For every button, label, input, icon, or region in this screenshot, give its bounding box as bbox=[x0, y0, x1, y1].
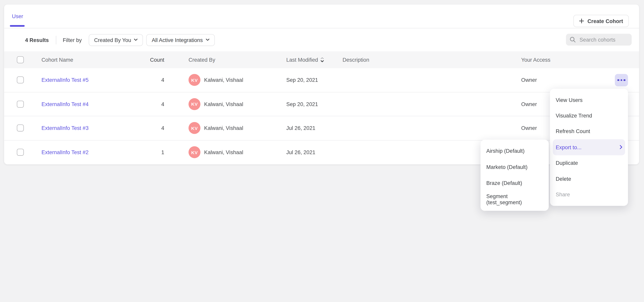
cohort-link[interactable]: ExternalInfo Test #5 bbox=[42, 77, 89, 83]
cohort-count: 1 bbox=[130, 149, 164, 155]
table-row: ExternalInfo Test #5 4 KV Kalwani, Visha… bbox=[4, 68, 639, 92]
menu-item-export-label: Export to... bbox=[556, 144, 582, 150]
row-checkbox[interactable] bbox=[17, 149, 24, 156]
filter-by-label: Filter by bbox=[63, 37, 82, 43]
col-your-access: Your Access bbox=[521, 57, 639, 63]
cohort-link[interactable]: ExternalInfo Test #3 bbox=[42, 125, 89, 131]
tab-bar: User Create Cohort bbox=[4, 4, 639, 28]
sort-icon bbox=[320, 57, 324, 62]
row-checkbox[interactable] bbox=[17, 100, 24, 108]
submenu-item-airship[interactable]: Airship (Default) bbox=[480, 143, 548, 159]
create-cohort-button[interactable]: Create Cohort bbox=[574, 15, 629, 27]
row-checkbox[interactable] bbox=[17, 76, 24, 84]
search-icon bbox=[570, 36, 576, 42]
avatar: KV bbox=[188, 122, 200, 134]
toolbar-divider bbox=[56, 36, 56, 44]
create-cohort-label: Create Cohort bbox=[588, 18, 623, 24]
submenu-item-marketo[interactable]: Marketo (Default) bbox=[480, 159, 548, 175]
created-by-filter-label: Created By You bbox=[94, 37, 131, 43]
table-row: ExternalInfo Test #3 4 KV Kalwani, Visha… bbox=[4, 116, 639, 140]
cohort-link[interactable]: ExternalInfo Test #2 bbox=[42, 149, 89, 155]
creator-name: Kalwani, Vishaal bbox=[204, 101, 243, 107]
col-created-by: Created By bbox=[188, 57, 286, 63]
last-modified: Jul 26, 2021 bbox=[286, 125, 343, 131]
avatar: KV bbox=[188, 146, 200, 158]
search-box[interactable] bbox=[566, 34, 632, 46]
integrations-filter[interactable]: All Active Integrations bbox=[146, 34, 215, 46]
search-input[interactable] bbox=[579, 36, 628, 43]
table-row: ExternalInfo Test #4 4 KV Kalwani, Visha… bbox=[4, 92, 639, 116]
row-checkbox[interactable] bbox=[17, 124, 24, 132]
menu-item-export-to[interactable]: Export to... bbox=[553, 139, 625, 155]
plus-icon bbox=[579, 18, 584, 24]
table-header: Cohort Name Count Created By Last Modifi… bbox=[4, 52, 639, 68]
cohort-count: 4 bbox=[130, 101, 164, 107]
row-context-menu: View Users Visualize Trend Refresh Count… bbox=[550, 89, 628, 206]
avatar: KV bbox=[188, 74, 200, 86]
col-description: Description bbox=[342, 57, 521, 63]
integrations-filter-label: All Active Integrations bbox=[152, 37, 203, 43]
col-count: Count bbox=[130, 57, 164, 63]
tab-user-label: User bbox=[12, 13, 23, 19]
col-cohort-name: Cohort Name bbox=[42, 57, 130, 63]
avatar: KV bbox=[188, 98, 200, 110]
chevron-down-icon bbox=[206, 39, 210, 41]
creator-name: Kalwani, Vishaal bbox=[204, 149, 243, 155]
last-modified: Sep 20, 2021 bbox=[286, 101, 343, 107]
submenu-item-segment[interactable]: Segment (test_segment) bbox=[480, 191, 548, 208]
menu-item-visualize-trend[interactable]: Visualize Trend bbox=[550, 108, 628, 124]
col-last-modified[interactable]: Last Modified bbox=[286, 57, 343, 63]
cohort-count: 4 bbox=[130, 125, 164, 131]
active-tab-indicator bbox=[10, 25, 25, 26]
menu-item-refresh-count[interactable]: Refresh Count bbox=[550, 124, 628, 139]
col-last-modified-label: Last Modified bbox=[286, 57, 318, 63]
cohort-link[interactable]: ExternalInfo Test #4 bbox=[42, 101, 89, 107]
page: User Create Cohort 4 Results Filter by C… bbox=[0, 0, 644, 302]
results-count: 4 Results bbox=[25, 37, 49, 43]
last-modified: Sep 20, 2021 bbox=[286, 77, 343, 83]
select-all-checkbox[interactable] bbox=[17, 56, 24, 63]
creator-name: Kalwani, Vishaal bbox=[204, 125, 243, 131]
cohort-count: 4 bbox=[130, 77, 164, 83]
last-modified: Jul 26, 2021 bbox=[286, 149, 343, 155]
submenu-item-braze[interactable]: Braze (Default) bbox=[480, 175, 548, 192]
chevron-right-icon bbox=[620, 145, 622, 149]
created-by-filter[interactable]: Created By You bbox=[89, 34, 143, 46]
export-submenu: Airship (Default) Marketo (Default) Braz… bbox=[480, 140, 548, 211]
creator-name: Kalwani, Vishaal bbox=[204, 77, 243, 83]
menu-item-duplicate[interactable]: Duplicate bbox=[550, 155, 628, 171]
menu-item-share: Share bbox=[550, 187, 628, 202]
menu-item-view-users[interactable]: View Users bbox=[550, 92, 628, 108]
toolbar: 4 Results Filter by Created By You All A… bbox=[4, 28, 639, 52]
row-overflow-button[interactable] bbox=[615, 74, 628, 86]
menu-item-delete[interactable]: Delete bbox=[550, 171, 628, 187]
chevron-down-icon bbox=[134, 39, 138, 41]
tab-user[interactable]: User bbox=[10, 4, 25, 28]
